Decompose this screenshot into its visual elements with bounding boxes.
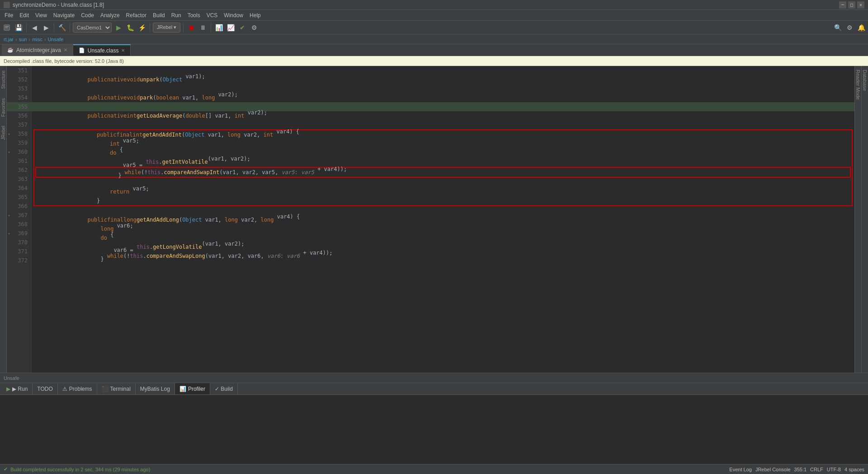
menu-vcs[interactable]: VCS — [204, 11, 221, 19]
search-everywhere-btn[interactable]: 🔍 — [833, 23, 843, 33]
menu-build[interactable]: Build — [150, 11, 168, 19]
forward-btn[interactable]: ▶ — [41, 23, 51, 33]
left-side-panels: Structure Favorites JRebel — [0, 66, 7, 373]
ln-352: 352 — [7, 75, 31, 84]
encoding[interactable]: UTF-8 — [827, 467, 841, 472]
menu-analyze[interactable]: Analyze — [98, 11, 123, 19]
project-btn[interactable] — [2, 23, 12, 33]
settings-icon[interactable]: ⚙ — [249, 23, 259, 33]
window-controls[interactable]: ─ □ ✕ — [839, 1, 864, 9]
close-button[interactable]: ✕ — [857, 1, 864, 9]
structure-panel-label[interactable]: Structure — [1, 71, 6, 89]
ln-367: 367 ▾ — [7, 211, 31, 220]
database-panel: Database — [861, 66, 868, 373]
menu-edit[interactable]: Edit — [17, 11, 32, 19]
jrebel-panel-label[interactable]: JRebel — [1, 126, 6, 140]
menu-view[interactable]: View — [33, 11, 50, 19]
code-line-362: } while(!this.compareAndSwapInt(var1, va… — [36, 168, 850, 177]
code-line-366 — [32, 206, 854, 215]
check-btn[interactable]: ✔ — [237, 23, 247, 33]
menu-code[interactable]: Code — [78, 11, 97, 19]
terminal-tab-label: Terminal — [110, 386, 131, 392]
nav-rtjar[interactable]: rt.jar — [4, 37, 14, 42]
menu-window[interactable]: Window — [221, 11, 246, 19]
maximize-button[interactable]: □ — [848, 1, 855, 9]
ln-356: 356 — [7, 111, 31, 120]
fold-369[interactable]: ▾ — [8, 231, 10, 236]
ln-359: 359 — [7, 138, 31, 147]
bottom-panel: ▶ ▶ Run TODO ⚠ Problems ⬛ Terminal MyBat… — [0, 383, 868, 464]
fold-360[interactable]: ▾ — [8, 150, 10, 155]
mybatis-tab[interactable]: MyBatis Log — [136, 383, 175, 394]
jrebel-badge[interactable]: JRebel ▾ — [153, 23, 180, 33]
run-coverage-btn[interactable]: ⚡ — [137, 23, 147, 33]
ln-365: 365 — [7, 193, 31, 202]
code-line-370: var6 = this.getLongVolatile(var1, var2); — [32, 242, 854, 251]
code-content[interactable]: 351 352 353 354 355 356 357 358 ▾ 359 36… — [7, 66, 854, 373]
settings-btn[interactable]: ⚙ — [844, 23, 854, 33]
code-line-351 — [32, 66, 854, 75]
line-numbers: 351 352 353 354 355 356 357 358 ▾ 359 36… — [7, 66, 32, 373]
build-status-message: Build completed successfully in 2 sec, 3… — [10, 467, 150, 472]
menu-file[interactable]: File — [2, 11, 16, 19]
jrebel-console-btn[interactable]: JRebel Console — [755, 467, 791, 472]
menu-tools[interactable]: Tools — [185, 11, 203, 19]
back-btn[interactable]: ◀ — [29, 23, 39, 33]
event-log-btn[interactable]: Event Log — [729, 467, 752, 472]
todo-tab[interactable]: TODO — [33, 383, 57, 394]
run-tab[interactable]: ▶ ▶ Run — [2, 383, 33, 394]
tab-class-icon: 📄 — [79, 47, 85, 53]
coverage-btn[interactable]: 📊 — [214, 23, 224, 33]
menu-help[interactable]: Help — [247, 11, 264, 19]
nav-sun[interactable]: sun — [19, 37, 27, 42]
profiler-tab[interactable]: 📊 Profiler — [175, 383, 210, 394]
cursor-position[interactable]: 355:1 — [794, 467, 807, 472]
separator-4 — [150, 23, 150, 32]
breadcrumb: rt.jar › sun › misc › Unsafe — [0, 34, 868, 44]
tab-bar: ☕ AtomicInteger.java ✕ 📄 Unsafe.class ✕ — [0, 44, 868, 56]
indent[interactable]: 4 spaces — [844, 467, 864, 472]
separator-3 — [70, 23, 70, 32]
nav-misc[interactable]: misc — [32, 37, 42, 42]
stop-btn[interactable]: ⏹ — [186, 23, 196, 33]
line-ending[interactable]: CRLF — [810, 467, 823, 472]
unsafe-file-label: Unsafe — [4, 375, 19, 381]
minimize-button[interactable]: ─ — [839, 1, 846, 9]
tab-unsafe-close[interactable]: ✕ — [121, 48, 125, 53]
build-tab[interactable]: ✓ Build — [210, 383, 238, 394]
reader-mode-label[interactable]: Reader Mode — [854, 68, 862, 102]
separator-1 — [26, 23, 27, 32]
terminal-tab-icon: ⬛ — [102, 386, 108, 392]
fold-358[interactable]: ▾ — [8, 132, 10, 137]
code-line-356: public native int getLoadAverage(double[… — [32, 111, 854, 120]
run-tab-icon: ▶ — [6, 386, 10, 392]
tab-java-icon: ☕ — [7, 47, 14, 53]
fold-367[interactable]: ▾ — [8, 213, 10, 218]
update-btn[interactable]: 🔔 — [856, 23, 866, 33]
terminal-tab[interactable]: ⬛ Terminal — [97, 383, 136, 394]
nav-sep-2: › — [28, 37, 30, 42]
tab-atomicinteger[interactable]: ☕ AtomicInteger.java ✕ — [2, 44, 73, 56]
run-config-select[interactable]: CasDemo1 — [73, 23, 112, 33]
red-border-region: public final int getAndAddInt(Object var… — [33, 129, 853, 206]
ln-351: 351 — [7, 66, 31, 75]
profiler-btn[interactable]: 📈 — [226, 23, 236, 33]
tab-unsafe[interactable]: 📄 Unsafe.class ✕ — [73, 44, 131, 56]
run-indicator[interactable]: ⏸ — [198, 23, 208, 33]
favorites-panel-label[interactable]: Favorites — [1, 98, 6, 117]
build-btn[interactable]: 🔨 — [57, 23, 67, 33]
run-btn[interactable]: ▶ — [113, 23, 123, 33]
debug-btn[interactable]: 🐛 — [125, 23, 135, 33]
nav-unsafe[interactable]: Unsafe — [47, 37, 63, 42]
save-btn[interactable]: 💾 — [14, 23, 24, 33]
menu-run[interactable]: Run — [169, 11, 184, 19]
problems-tab-icon: ⚠ — [62, 386, 67, 392]
code-lines: public native void unpark(Object var1); … — [32, 66, 854, 373]
tab-atomicinteger-close[interactable]: ✕ — [64, 47, 67, 52]
database-label[interactable]: Database — [861, 66, 868, 95]
menu-navigate[interactable]: Navigate — [51, 11, 77, 19]
status-right: Event Log JRebel Console 355:1 CRLF UTF-… — [729, 467, 864, 472]
menu-refactor[interactable]: Refactor — [123, 11, 149, 19]
ln-354: 354 — [7, 93, 31, 102]
problems-tab[interactable]: ⚠ Problems — [58, 383, 97, 394]
